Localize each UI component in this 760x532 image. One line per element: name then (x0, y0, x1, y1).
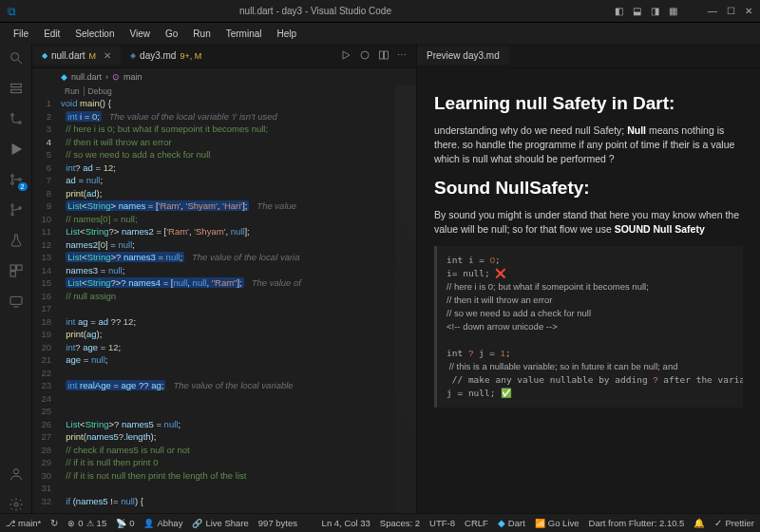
dart-file-icon: ◆ (42, 51, 48, 60)
editor-group: ◆ null.dart M ✕ ◈ day3.md 9+, M ⋯ ◆ null… (32, 44, 416, 513)
line-gutter: 1234567891011121314151617181920212223242… (32, 86, 57, 513)
preview-paragraph: understanding why do we need null Safety… (434, 124, 743, 166)
menu-selection[interactable]: Selection (69, 27, 120, 41)
window-title: null.dart - day3 - Visual Studio Code (22, 6, 609, 16)
run-icon[interactable] (340, 49, 352, 63)
close-icon[interactable]: ✕ (745, 6, 752, 16)
account-icon[interactable] (8, 466, 25, 483)
panel-left-icon[interactable]: ◧ (615, 6, 623, 16)
tab-label: day3.md (140, 50, 176, 61)
tab-null-dart[interactable]: ◆ null.dart M ✕ (32, 47, 121, 65)
svg-rect-23 (385, 51, 389, 59)
code-lens[interactable]: RunDebug (61, 86, 116, 99)
status-filesize[interactable]: 997 bytes (258, 518, 297, 528)
title-bar: ⧉ null.dart - day3 - Visual Studio Code … (0, 0, 760, 23)
symbol-icon: ⊙ (112, 72, 120, 82)
source-control-icon[interactable]: 2 (8, 171, 25, 188)
status-sync[interactable]: ↻ (50, 518, 58, 528)
user-icon: 👤 (143, 519, 154, 528)
tab-preview[interactable]: Preview day3.md (417, 47, 509, 65)
svg-point-5 (18, 122, 21, 124)
menu-view[interactable]: View (124, 27, 157, 41)
settings-gear-icon[interactable] (8, 496, 25, 513)
status-spaces[interactable]: Spaces: 2 (380, 518, 420, 528)
activity-bar: 2 (0, 44, 32, 513)
svg-rect-2 (10, 84, 21, 86)
status-prettier[interactable]: ✓ Prettier (714, 518, 754, 528)
status-dart-sdk[interactable]: Dart from Flutter: 2.10.5 (589, 518, 685, 528)
breadcrumb-symbol: main (124, 72, 142, 82)
menu-bar: File Edit Selection View Go Run Terminal… (0, 23, 760, 44)
code-content[interactable]: void main() { int i = 0; The value of th… (57, 86, 301, 513)
status-liveshare[interactable]: 🔗Live Share (192, 518, 248, 528)
layout-icon[interactable]: ▦ (669, 6, 677, 16)
svg-rect-22 (380, 51, 384, 59)
svg-marker-6 (12, 144, 21, 155)
svg-rect-14 (16, 265, 21, 270)
vscode-logo-icon: ⧉ (8, 5, 16, 18)
preview-heading: Learning null Safety in Dart: (434, 93, 743, 114)
svg-point-11 (10, 213, 13, 216)
menu-run[interactable]: Run (187, 27, 216, 41)
modified-badge: M (89, 51, 97, 61)
explorer-icon[interactable] (8, 80, 25, 97)
svg-point-18 (13, 469, 18, 474)
radio-icon: 📡 (116, 519, 126, 528)
broadcast-icon: 📶 (535, 519, 545, 528)
menu-terminal[interactable]: Terminal (220, 27, 268, 41)
tab-close-icon[interactable]: ✕ (104, 50, 111, 61)
status-cursor[interactable]: Ln 4, Col 33 (322, 518, 370, 528)
menu-file[interactable]: File (8, 27, 34, 41)
branch-icon[interactable] (8, 201, 25, 218)
editor-tabs: ◆ null.dart M ✕ ◈ day3.md 9+, M ⋯ (32, 44, 416, 68)
status-branch[interactable]: ⎇main* (6, 518, 41, 528)
svg-point-0 (10, 53, 18, 61)
preview-group: Preview day3.md Learning null Safety in … (416, 44, 760, 513)
status-language[interactable]: ◆ Dart (498, 518, 525, 528)
preview-tabs: Preview day3.md (417, 44, 760, 68)
svg-rect-3 (10, 89, 21, 92)
debug-config-icon[interactable] (359, 49, 370, 63)
status-eol[interactable]: CRLF (465, 518, 488, 528)
liveshare-icon: 🔗 (192, 519, 202, 528)
status-encoding[interactable]: UTF-8 (429, 518, 455, 528)
tab-day3-md[interactable]: ◈ day3.md 9+, M (121, 47, 211, 65)
extensions-icon[interactable] (8, 262, 25, 279)
split-editor-icon[interactable] (378, 49, 390, 63)
status-user[interactable]: 👤Abhay (143, 518, 182, 528)
status-golive[interactable]: 📶Go Live (535, 518, 580, 528)
breadcrumbs[interactable]: ◆ null.dart › ⊙ main (32, 68, 416, 86)
menu-help[interactable]: Help (272, 27, 303, 41)
markdown-preview[interactable]: Learning null Safety in Dart: understand… (417, 68, 760, 513)
svg-point-21 (361, 51, 369, 59)
run-debug-icon[interactable] (8, 141, 25, 158)
branch-icon: ⎇ (6, 519, 15, 528)
svg-point-9 (18, 179, 21, 181)
maximize-icon[interactable]: ☐ (727, 6, 735, 16)
preview-codeblock: int i = 0; i= null; ❌ // here i is 0; bu… (434, 246, 743, 408)
svg-point-10 (10, 204, 13, 207)
layout-controls: ◧ ⬓ ◨ ▦ — ☐ ✕ (615, 6, 752, 16)
status-ports[interactable]: 📡0 (116, 518, 134, 528)
status-notifications[interactable]: 🔔 (694, 518, 705, 528)
git-graph-icon[interactable] (8, 110, 25, 127)
status-bar: ⎇main* ↻ ⊗0 ⚠15 📡0 👤Abhay 🔗Live Share 99… (0, 513, 760, 532)
more-actions-icon[interactable]: ⋯ (397, 49, 407, 63)
code-editor[interactable]: RunDebug 1234567891011121314151617181920… (32, 86, 416, 513)
svg-rect-16 (10, 296, 22, 304)
minimize-icon[interactable]: — (708, 6, 717, 16)
panel-right-icon[interactable]: ◨ (651, 6, 659, 16)
svg-rect-13 (10, 265, 15, 270)
scm-badge: 2 (18, 182, 28, 191)
menu-go[interactable]: Go (160, 27, 183, 41)
search-icon[interactable] (8, 49, 25, 66)
menu-edit[interactable]: Edit (38, 27, 66, 41)
svg-line-1 (18, 60, 22, 64)
test-icon[interactable] (8, 232, 25, 249)
panel-bottom-icon[interactable]: ⬓ (633, 6, 641, 16)
status-problems[interactable]: ⊗0 ⚠15 (67, 518, 106, 528)
warning-icon: ⚠ (86, 519, 94, 528)
editor-actions: ⋯ (340, 49, 416, 63)
remote-icon[interactable] (8, 293, 25, 310)
minimap[interactable] (395, 86, 416, 513)
